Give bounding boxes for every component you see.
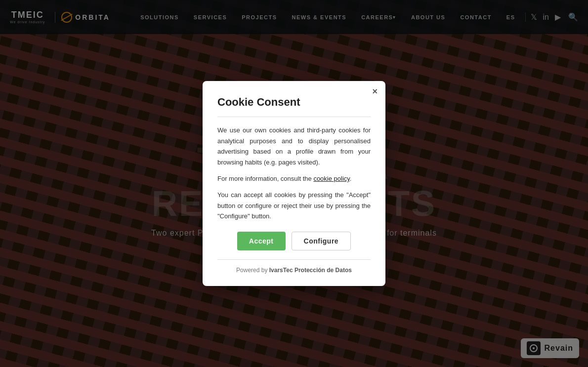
modal-p2-punctuation: .: [350, 175, 352, 182]
modal-paragraph-1: We use our own cookies and third-party c…: [217, 125, 371, 167]
modal-divider: [217, 117, 371, 117]
modal-footer: Powered by IvarsTec Protección de Datos: [217, 259, 371, 274]
footer-ivars-link[interactable]: IvarsTec Protección de Datos: [269, 267, 352, 274]
modal-paragraph-2: For more information, consult the cookie…: [217, 173, 371, 184]
modal-paragraph-3: You can accept all cookies by pressing t…: [217, 190, 371, 221]
modal-p2-prefix: For more information, consult the: [217, 175, 312, 182]
modal-overlay: × Cookie Consent We use our own cookies …: [0, 0, 588, 367]
modal-body: We use our own cookies and third-party c…: [217, 125, 371, 222]
modal-close-button[interactable]: ×: [372, 87, 378, 96]
configure-button[interactable]: Configure: [292, 232, 351, 250]
cookie-consent-modal: × Cookie Consent We use our own cookies …: [203, 81, 385, 286]
modal-title: Cookie Consent: [217, 96, 371, 109]
footer-powered-text: Powered by: [236, 267, 267, 274]
accept-button[interactable]: Accept: [237, 232, 286, 250]
cookie-policy-link[interactable]: cookie policy: [313, 175, 349, 182]
modal-actions: Accept Configure: [217, 232, 371, 250]
